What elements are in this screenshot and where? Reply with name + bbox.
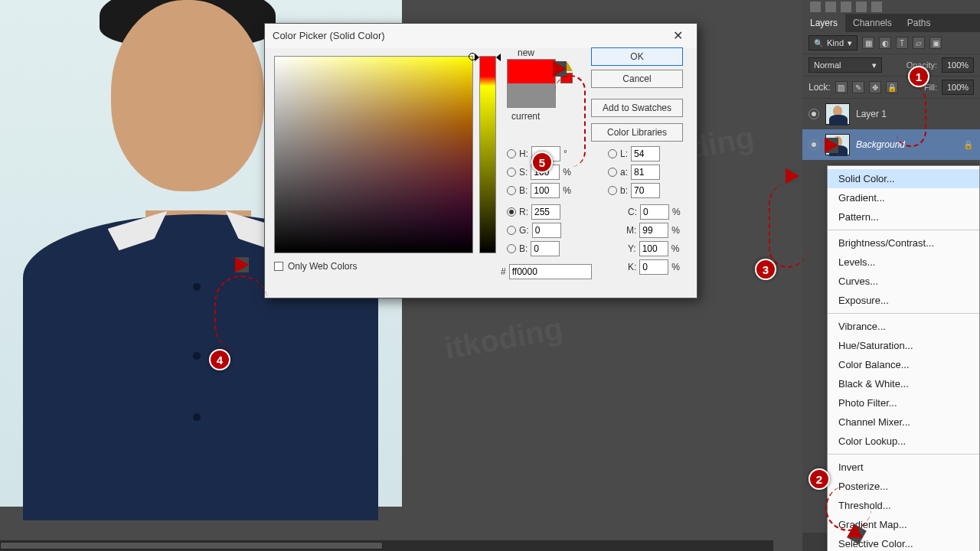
fill-value[interactable]: 100% <box>942 80 974 95</box>
input-b-hsb[interactable] <box>531 183 560 198</box>
saturation-brightness-field[interactable] <box>274 56 473 253</box>
input-hex[interactable] <box>509 264 592 279</box>
annotation-path <box>769 184 807 268</box>
new-color-label: new <box>518 47 534 58</box>
label-k: K: <box>628 262 636 272</box>
radio-b-lab[interactable] <box>608 186 617 195</box>
lock-position-icon[interactable]: ✥ <box>869 81 881 93</box>
lock-all-icon[interactable]: 🔒 <box>886 81 898 93</box>
annotation-path <box>555 75 586 167</box>
layer-thumbnail[interactable] <box>825 103 850 125</box>
radio-b-rgb[interactable] <box>507 244 516 253</box>
radio-r[interactable] <box>507 207 516 217</box>
radio-a[interactable] <box>608 168 617 177</box>
cancel-button[interactable]: Cancel <box>591 70 683 88</box>
label-y: Y: <box>628 243 636 254</box>
filter-pixel-icon[interactable]: ▦ <box>862 37 874 49</box>
menu-item-levels[interactable]: Levels... <box>828 253 979 272</box>
layer-row[interactable]: Layer 1 <box>802 99 980 129</box>
visibility-toggle-icon[interactable] <box>808 109 819 119</box>
menu-item-color-lookup[interactable]: Color Lookup... <box>828 432 979 451</box>
menu-item-photo-filter[interactable]: Photo Filter... <box>828 393 979 412</box>
tab-paths[interactable]: Paths <box>900 14 939 32</box>
ok-button[interactable]: OK <box>591 47 683 66</box>
input-b-rgb[interactable] <box>531 241 560 256</box>
layer-filter-kind[interactable]: 🔍 Kind ▾ <box>808 35 858 51</box>
watermark: itkoding <box>442 311 565 366</box>
radio-g[interactable] <box>507 226 516 235</box>
add-to-swatches-button[interactable]: Add to Swatches <box>591 99 683 117</box>
menu-item-color-balance[interactable]: Color Balance... <box>828 355 979 374</box>
layer-name[interactable]: Background <box>856 139 905 150</box>
label-g: G: <box>519 225 529 236</box>
color-libraries-button[interactable]: Color Libraries <box>591 123 683 142</box>
menu-item-pattern[interactable]: Pattern... <box>828 207 979 227</box>
annotation-badge-2: 2 <box>808 468 830 490</box>
input-b-lab[interactable] <box>631 183 660 198</box>
lock-pixels-icon[interactable]: ✎ <box>852 81 864 93</box>
input-r[interactable] <box>531 204 560 220</box>
annotation-path <box>896 86 926 147</box>
adjustments-thumb-icon[interactable] <box>856 2 867 12</box>
blend-mode-value: Normal <box>814 60 841 70</box>
color-swatch-compare <box>507 59 556 108</box>
filter-shape-icon[interactable]: ▱ <box>913 37 925 49</box>
current-color-label: current <box>511 111 540 122</box>
hex-prefix: # <box>501 266 506 277</box>
menu-item-gradient[interactable]: Gradient... <box>828 188 979 207</box>
adjustments-thumb-icon[interactable] <box>841 2 851 12</box>
filter-type-icon[interactable]: T <box>896 37 908 49</box>
menu-item-brightness-contrast[interactable]: Brightness/Contrast... <box>828 233 979 253</box>
close-icon[interactable]: ✕ <box>666 24 689 47</box>
only-web-colors-label: Only Web Colors <box>288 261 357 272</box>
input-a[interactable] <box>631 165 660 180</box>
label-m: M: <box>626 225 636 236</box>
filter-smart-icon[interactable]: ▣ <box>929 37 942 49</box>
radio-l[interactable] <box>608 149 617 158</box>
menu-item-invert[interactable]: Invert <box>828 458 979 477</box>
lock-trans-icon[interactable]: ▨ <box>835 81 848 93</box>
menu-item-solid-color[interactable]: Solid Color... <box>828 169 979 188</box>
menu-item-curves[interactable]: Curves... <box>828 272 979 291</box>
radio-b-hsb[interactable] <box>507 186 516 195</box>
tab-layers[interactable]: Layers <box>802 14 845 32</box>
input-l[interactable] <box>631 146 660 161</box>
layer-name[interactable]: Layer 1 <box>856 109 887 119</box>
menu-item-channel-mixer[interactable]: Channel Mixer... <box>828 412 979 432</box>
label-l: L: <box>620 148 628 159</box>
menu-item-hue-saturation[interactable]: Hue/Saturation... <box>828 336 979 355</box>
tab-channels[interactable]: Channels <box>845 14 900 32</box>
radio-s[interactable] <box>507 168 516 177</box>
input-k[interactable] <box>639 259 668 275</box>
opacity-value[interactable]: 100% <box>942 57 974 73</box>
label-h: H: <box>519 148 528 159</box>
annotation-badge-5: 5 <box>531 152 553 173</box>
menu-item-exposure[interactable]: Exposure... <box>828 291 979 310</box>
input-m[interactable] <box>639 223 668 238</box>
input-c[interactable] <box>640 204 669 220</box>
label-b-lab: b: <box>620 185 628 196</box>
annotation-badge-4: 4 <box>209 349 230 370</box>
dialog-title: Color Picker (Solid Color) <box>273 24 385 48</box>
hue-slider[interactable] <box>479 56 496 253</box>
label-r: R: <box>519 207 528 217</box>
adjustments-thumb-icon[interactable] <box>810 2 821 12</box>
lock-label: Lock: <box>808 82 831 93</box>
menu-item-black-white[interactable]: Black & White... <box>828 374 979 393</box>
input-g[interactable] <box>532 223 561 238</box>
filter-adjust-icon[interactable]: ◐ <box>879 37 891 49</box>
radio-h[interactable] <box>507 149 516 158</box>
swatch-current[interactable] <box>508 83 555 107</box>
blend-mode-select[interactable]: Normal ▾ <box>808 57 882 73</box>
input-y[interactable] <box>639 241 668 256</box>
label-s: S: <box>519 167 528 178</box>
annotation-badge-3: 3 <box>755 259 776 280</box>
swatch-new[interactable] <box>508 60 555 83</box>
visibility-toggle-icon[interactable] <box>808 139 819 150</box>
only-web-colors-checkbox[interactable] <box>274 262 283 271</box>
horizontal-scrollbar[interactable] <box>0 540 773 551</box>
adjustments-thumb-icon[interactable] <box>871 2 882 12</box>
menu-item-vibrance[interactable]: Vibrance... <box>828 317 979 336</box>
label-c: C: <box>628 207 637 217</box>
adjustments-thumb-icon[interactable] <box>825 2 836 12</box>
